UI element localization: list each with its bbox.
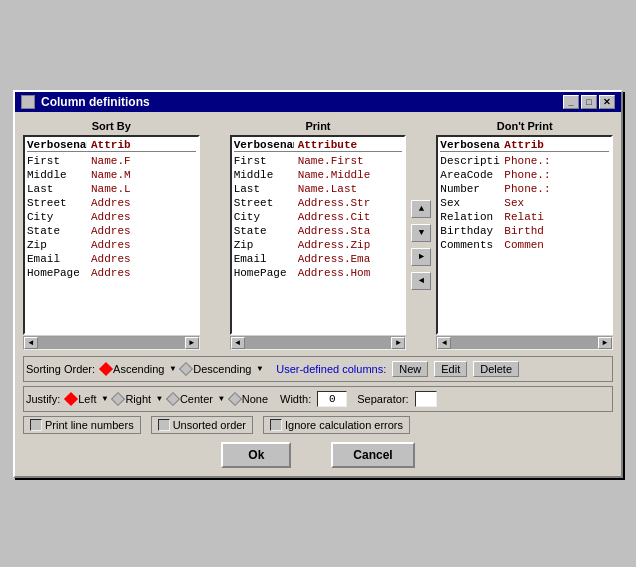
list-item[interactable]: CityAddress.Cit (234, 210, 403, 224)
columns-section: Sort By Verbosename Attrib FirstName.F M… (23, 120, 613, 350)
print-header: Print (230, 120, 407, 132)
move-left-arrow[interactable]: ◄ (411, 272, 431, 290)
separator-input[interactable] (415, 391, 437, 407)
scroll-right-btn[interactable]: ► (185, 337, 199, 349)
list-item[interactable]: ZipAddres (27, 238, 196, 252)
list-item[interactable]: AreaCodePhone.: (440, 168, 609, 182)
scroll-right-btn[interactable]: ► (598, 337, 612, 349)
scroll-track[interactable] (451, 337, 598, 349)
dont-print-panel: Don't Print Verbosename Attrib Descripti… (436, 120, 613, 350)
dont-print-listbox[interactable]: Verbosename Attrib DescriptionPhone.: Ar… (436, 135, 613, 335)
descending-radio-icon (179, 361, 193, 375)
left-radio[interactable]: Left (66, 393, 96, 405)
list-item[interactable]: FirstName.F (27, 154, 196, 168)
right-dropdown[interactable]: ▼ (157, 394, 162, 403)
ascending-radio-icon (99, 361, 113, 375)
scroll-left-btn[interactable]: ◄ (231, 337, 245, 349)
list-item[interactable]: HomePageAddress.Hom (234, 266, 403, 280)
center-dropdown[interactable]: ▼ (219, 394, 224, 403)
left-dropdown[interactable]: ▼ (103, 394, 108, 403)
width-input[interactable] (317, 391, 347, 407)
new-button[interactable]: New (392, 361, 428, 377)
sort-by-col1-header: Verbosename (27, 139, 87, 151)
list-item[interactable]: StreetAddres (27, 196, 196, 210)
sort-by-listbox[interactable]: Verbosename Attrib FirstName.F MiddleNam… (23, 135, 200, 335)
ascending-dropdown-arrow: ▼ (170, 364, 175, 373)
left-radio-icon (64, 391, 78, 405)
none-radio-icon (228, 391, 242, 405)
ascending-label: Ascending (113, 363, 164, 375)
move-right-arrow[interactable]: ► (411, 248, 431, 266)
left-label: Left (78, 393, 96, 405)
ignore-errors-checkbox[interactable]: Ignore calculation errors (263, 416, 410, 434)
edit-button[interactable]: Edit (434, 361, 467, 377)
none-label: None (242, 393, 268, 405)
move-down-arrow[interactable]: ▼ (411, 224, 431, 242)
print-listbox[interactable]: Verbosename Attribute FirstName.First Mi… (230, 135, 407, 335)
list-item[interactable]: StreetAddress.Str (234, 196, 403, 210)
list-item[interactable]: HomePageAddres (27, 266, 196, 280)
none-radio[interactable]: None (230, 393, 268, 405)
list-item[interactable]: BirthdayBirthd (440, 224, 609, 238)
list-item[interactable]: MiddleName.Middle (234, 168, 403, 182)
ascending-radio[interactable]: Ascending (101, 363, 164, 375)
unsorted-order-checkbox[interactable]: Unsorted order (151, 416, 253, 434)
list-item[interactable]: SexSex (440, 196, 609, 210)
list-item[interactable]: StateAddress.Sta (234, 224, 403, 238)
print-line-numbers-checkbox[interactable]: Print line numbers (23, 416, 141, 434)
dont-print-col-headers: Verbosename Attrib (440, 139, 609, 152)
move-up-arrow[interactable]: ▲ (411, 200, 431, 218)
sort-by-panel: Sort By Verbosename Attrib FirstName.F M… (23, 120, 200, 350)
ascending-dropdown[interactable]: ▼ (170, 364, 175, 373)
unsorted-order-label: Unsorted order (173, 419, 246, 431)
right-radio[interactable]: Right (113, 393, 151, 405)
print-scrollbar[interactable]: ◄ ► (230, 336, 407, 350)
list-item[interactable]: StateAddres (27, 224, 196, 238)
separator-label: Separator: (357, 393, 408, 405)
delete-button[interactable]: Delete (473, 361, 519, 377)
list-item[interactable]: CommentsCommen (440, 238, 609, 252)
sort-print-arrows (204, 120, 226, 350)
scroll-track[interactable] (245, 337, 392, 349)
maximize-button[interactable]: □ (581, 95, 597, 109)
dont-print-col1-header: Verbosename (440, 139, 500, 151)
list-item[interactable]: EmailAddress.Ema (234, 252, 403, 266)
scroll-left-btn[interactable]: ◄ (24, 337, 38, 349)
list-item[interactable]: NumberPhone.: (440, 182, 609, 196)
descending-dropdown[interactable]: ▼ (257, 364, 262, 373)
justify-row: Justify: Left ▼ Right ▼ Center ▼ (23, 386, 613, 412)
close-button[interactable]: ✕ (599, 95, 615, 109)
center-dropdown-arrow: ▼ (219, 394, 224, 403)
scroll-track[interactable] (38, 337, 185, 349)
title-bar: Column definitions _ □ ✕ (15, 92, 621, 112)
ok-button[interactable]: Ok (221, 442, 291, 468)
print-line-numbers-label: Print line numbers (45, 419, 134, 431)
descending-radio[interactable]: Descending (181, 363, 251, 375)
column-definitions-window: Column definitions _ □ ✕ Sort By Verbose… (13, 90, 623, 478)
list-item[interactable]: RelationRelati (440, 210, 609, 224)
print-col-headers: Verbosename Attribute (234, 139, 403, 152)
list-item[interactable]: LastName.Last (234, 182, 403, 196)
list-item[interactable]: ZipAddress.Zip (234, 238, 403, 252)
list-item[interactable]: CityAddres (27, 210, 196, 224)
print-line-numbers-box (30, 419, 42, 431)
list-item[interactable]: MiddleName.M (27, 168, 196, 182)
window-body: Sort By Verbosename Attrib FirstName.F M… (15, 112, 621, 476)
list-item[interactable]: DescriptionPhone.: (440, 154, 609, 168)
scroll-left-btn[interactable]: ◄ (437, 337, 451, 349)
list-item[interactable]: FirstName.First (234, 154, 403, 168)
scroll-right-btn[interactable]: ► (391, 337, 405, 349)
title-bar-buttons: _ □ ✕ (563, 95, 615, 109)
right-radio-icon (111, 391, 125, 405)
dont-print-scrollbar[interactable]: ◄ ► (436, 336, 613, 350)
list-item[interactable]: LastName.L (27, 182, 196, 196)
window-icon (21, 95, 35, 109)
minimize-button[interactable]: _ (563, 95, 579, 109)
sort-by-scrollbar[interactable]: ◄ ► (23, 336, 200, 350)
left-dropdown-arrow: ▼ (103, 394, 108, 403)
center-radio[interactable]: Center (168, 393, 213, 405)
cancel-button[interactable]: Cancel (331, 442, 414, 468)
list-item[interactable]: EmailAddres (27, 252, 196, 266)
window-title: Column definitions (41, 95, 557, 109)
sort-by-header: Sort By (23, 120, 200, 132)
